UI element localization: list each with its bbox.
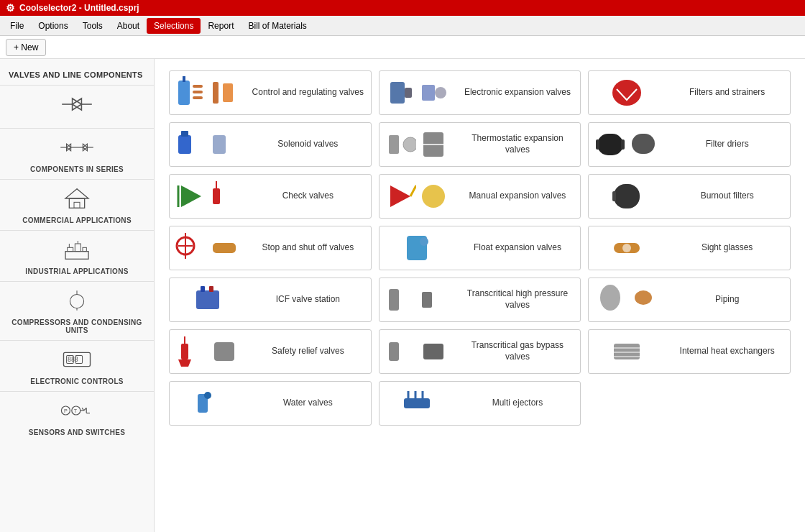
valve-card-solenoid[interactable]: Solenoid valves	[169, 122, 372, 167]
title-bar: ⚙ Coolselector2 - Untitled.csprj	[0, 0, 805, 16]
menu-file[interactable]: File	[3, 18, 31, 34]
svg-rect-77	[196, 290, 219, 309]
svg-rect-80	[389, 289, 399, 311]
svg-rect-59	[632, 134, 655, 154]
menu-bom[interactable]: Bill of Materials	[241, 18, 313, 34]
svg-rect-68	[612, 191, 616, 201]
menu-about[interactable]: About	[110, 18, 147, 34]
valve-card-electronic-expansion[interactable]: Electronic expansion valves	[379, 70, 581, 115]
components-series-label: COMPONENTS IN SERIES	[30, 165, 124, 173]
svg-rect-43	[223, 83, 233, 102]
menu-bar: File Options Tools About Selections Repo…	[0, 16, 805, 36]
main-layout: VALVES AND LINE COMPONENTS	[0, 59, 805, 532]
valve-label-filter-driers: Filter driers	[664, 136, 790, 153]
valve-images-multi-ejectors	[380, 382, 455, 424]
svg-rect-78	[201, 286, 205, 292]
compressors-label: COMPRESSORS AND CONDENSING UNITS	[6, 318, 148, 334]
sidebar-item-commercial[interactable]: COMMERCIAL APPLICATIONS	[0, 179, 154, 230]
svg-text:T: T	[74, 408, 78, 414]
svg-marker-64	[390, 185, 410, 207]
valve-images-filters-strainers	[589, 72, 664, 114]
valve-card-sight-glasses[interactable]: Sight glasses	[588, 226, 791, 270]
svg-rect-14	[74, 202, 80, 208]
svg-point-48	[612, 80, 641, 106]
valve-card-control-regulating[interactable]: Control and regulating valves	[169, 70, 372, 115]
valve-card-manual-expansion[interactable]: Manual expansion valves	[379, 174, 581, 219]
sidebar-item-components-series[interactable]: COMPONENTS IN SERIES	[0, 128, 154, 179]
valve-card-safety-relief[interactable]: Safety relief valves	[169, 329, 372, 374]
svg-point-47	[435, 87, 446, 98]
svg-marker-12	[65, 189, 88, 198]
valve-card-float-expansion[interactable]: Float expansion valves	[379, 226, 581, 270]
valve-label-burnout-filters: Burnout filters	[664, 188, 790, 205]
svg-rect-44	[390, 82, 405, 104]
valve-images-piping	[589, 279, 664, 321]
menu-selections[interactable]: Selections	[147, 18, 201, 34]
valve-card-thermostatic-expansion[interactable]: Thermostatic expansion valves	[379, 122, 581, 167]
valve-label-manual-expansion: Manual expansion valves	[455, 188, 581, 205]
valve-label-solenoid: Solenoid valves	[245, 136, 371, 153]
valve-grid: Control and regulating valves Electronic…	[169, 70, 791, 426]
sidebar-item-compressors[interactable]: COMPRESSORS AND CONDENSING UNITS	[0, 281, 154, 340]
valve-card-multi-ejectors[interactable]: Multi ejectors	[379, 381, 581, 426]
svg-rect-84	[181, 344, 188, 359]
menu-options[interactable]: Options	[31, 18, 75, 34]
valve-label-piping: Piping	[664, 291, 790, 308]
sidebar-item-industrial[interactable]: INDUSTRIAL APPLICATIONS	[0, 230, 154, 281]
content-area: Control and regulating valves Electronic…	[155, 59, 805, 532]
sidebar-item-electronic[interactable]: 888 ELECTRONIC CONTROLS	[0, 340, 154, 391]
valve-label-internal-heat: Internal heat exchangers	[664, 343, 790, 360]
sidebar-item-sensors[interactable]: P T SENSORS AND SWITCHES	[0, 391, 154, 442]
svg-rect-88	[389, 342, 399, 361]
valve-card-filters-strainers[interactable]: Filters and strainers	[588, 70, 791, 115]
svg-rect-50	[181, 131, 188, 137]
sidebar-item-valves[interactable]	[0, 85, 154, 128]
valve-images-stop-shutoff	[170, 227, 245, 269]
svg-rect-72	[213, 243, 236, 253]
valve-label-transcritical-high: Transcritical high pressure valves	[455, 285, 581, 313]
valve-card-check[interactable]: Check valves	[169, 174, 372, 219]
svg-rect-37	[178, 81, 190, 105]
valve-card-stop-shutoff[interactable]: Stop and shut off valves	[169, 226, 372, 270]
toolbar: + New	[0, 36, 805, 59]
svg-rect-87	[214, 342, 234, 361]
svg-rect-13	[69, 198, 84, 208]
industrial-label: INDUSTRIAL APPLICATIONS	[25, 267, 128, 275]
sensors-label: SENSORS AND SWITCHES	[29, 428, 126, 436]
new-button[interactable]: + New	[6, 39, 46, 56]
electronic-icon: 888	[60, 348, 94, 375]
menu-tools[interactable]: Tools	[75, 18, 110, 34]
svg-rect-18	[83, 247, 86, 251]
valve-images-internal-heat	[589, 331, 664, 372]
valve-card-burnout-filters[interactable]: Burnout filters	[588, 174, 791, 219]
valve-label-sight-glasses: Sight glasses	[664, 239, 790, 257]
valve-label-stop-shutoff: Stop and shut off valves	[245, 239, 371, 257]
svg-marker-86	[178, 359, 191, 367]
svg-rect-15	[65, 252, 88, 260]
commercial-icon	[60, 187, 94, 214]
svg-rect-40	[193, 91, 203, 93]
valve-card-water-valves[interactable]: Water valves	[169, 381, 372, 426]
valve-images-filter-driers	[589, 124, 664, 165]
svg-rect-57	[596, 139, 599, 150]
svg-line-65	[410, 185, 416, 196]
svg-marker-1	[73, 98, 82, 110]
valve-card-filter-driers[interactable]: Filter driers	[588, 122, 791, 167]
valve-label-check: Check valves	[245, 188, 371, 205]
valve-images-solenoid	[170, 124, 245, 165]
valve-images-icf-valve	[170, 279, 245, 321]
sidebar-header: VALVES AND LINE COMPONENTS	[0, 66, 154, 85]
valve-card-internal-heat[interactable]: Internal heat exchangers	[588, 329, 791, 374]
svg-point-82	[600, 285, 620, 311]
valve-images-transcritical-high	[380, 279, 455, 321]
sidebar: VALVES AND LINE COMPONENTS	[0, 59, 155, 532]
menu-report[interactable]: Report	[201, 18, 241, 34]
valve-card-icf-valve[interactable]: ICF valve station	[169, 278, 372, 322]
valve-card-transcritical-high[interactable]: Transcritical high pressure valves	[379, 278, 581, 322]
svg-rect-16	[68, 247, 73, 251]
svg-point-74	[420, 237, 428, 246]
svg-point-95	[204, 392, 211, 399]
industrial-icon	[60, 238, 94, 265]
valve-card-piping[interactable]: Piping	[588, 278, 791, 322]
valve-card-transcritical-gas[interactable]: Transcritical gas bypass valves	[379, 329, 581, 374]
